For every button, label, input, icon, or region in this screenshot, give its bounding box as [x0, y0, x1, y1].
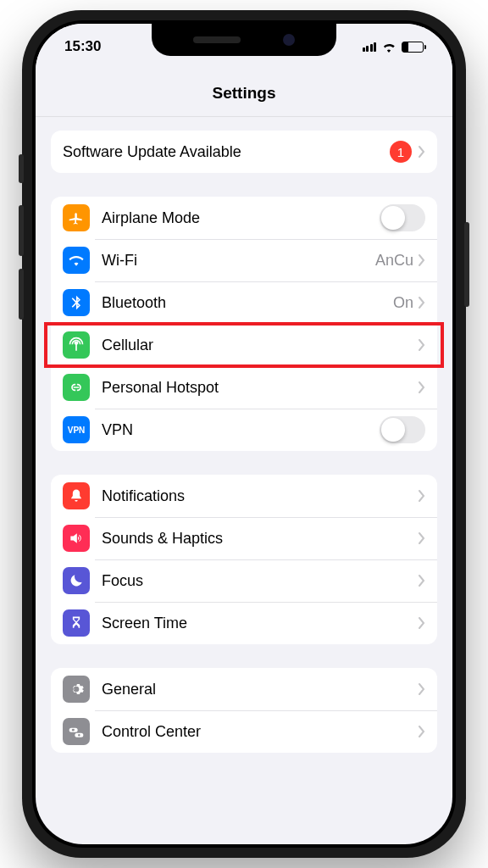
- settings-group-system: General Control Center: [51, 668, 437, 753]
- chevron-right-icon: [419, 490, 425, 502]
- power-button: [464, 222, 469, 307]
- chevron-right-icon: [419, 575, 425, 587]
- row-wifi[interactable]: Wi-Fi AnCu: [51, 239, 437, 281]
- row-airplane[interactable]: Airplane Mode: [51, 197, 437, 239]
- row-hotspot[interactable]: Personal Hotspot: [51, 366, 437, 409]
- row-sounds[interactable]: Sounds & Haptics: [51, 517, 437, 559]
- mute-switch: [19, 154, 24, 183]
- row-value: AnCu: [375, 252, 413, 270]
- row-notifications[interactable]: Notifications: [51, 475, 437, 517]
- row-value: On: [393, 294, 413, 312]
- wifi-icon: [63, 247, 90, 274]
- row-label: VPN: [102, 421, 380, 439]
- antenna-icon: [63, 331, 90, 359]
- cellular-signal-icon: [363, 42, 377, 52]
- row-label: Personal Hotspot: [102, 379, 419, 397]
- row-controlcenter[interactable]: Control Center: [51, 710, 437, 753]
- volume-up-button: [19, 205, 24, 256]
- chevron-right-icon: [419, 339, 425, 351]
- bluetooth-icon: [63, 289, 90, 316]
- switches-icon: [63, 718, 90, 745]
- chevron-right-icon: [419, 254, 425, 266]
- row-general[interactable]: General: [51, 668, 437, 710]
- chevron-right-icon: [419, 297, 425, 309]
- airplane-icon: [63, 204, 90, 231]
- chevron-right-icon: [419, 726, 425, 737]
- moon-icon: [63, 567, 90, 594]
- phone-frame: 15:30 Settings Software Update Available: [22, 10, 466, 858]
- chevron-right-icon: [419, 617, 425, 629]
- row-label: Wi-Fi: [102, 252, 375, 270]
- battery-icon: [402, 42, 424, 53]
- row-focus[interactable]: Focus: [51, 559, 437, 602]
- row-vpn[interactable]: VPN VPN: [51, 409, 437, 451]
- device-notch: [152, 24, 336, 56]
- row-label: Cellular: [102, 337, 419, 354]
- speaker-icon: [63, 525, 90, 552]
- settings-group-connectivity: Airplane Mode Wi-Fi AnCu Bluetooth On: [51, 197, 437, 451]
- row-label: Bluetooth: [102, 294, 393, 312]
- row-label: Notifications: [102, 487, 419, 505]
- bell-icon: [63, 482, 90, 509]
- chevron-right-icon: [419, 683, 425, 695]
- update-badge: 1: [390, 141, 412, 163]
- chevron-right-icon: [419, 532, 425, 544]
- page-title: Settings: [213, 84, 276, 103]
- hourglass-icon: [63, 609, 90, 637]
- vpn-toggle[interactable]: [380, 416, 425, 443]
- chevron-right-icon: [419, 381, 425, 393]
- row-screentime[interactable]: Screen Time: [51, 602, 437, 644]
- settings-group-update: Software Update Available 1: [51, 131, 437, 173]
- settings-scroll[interactable]: Software Update Available 1 Airplane Mod…: [36, 117, 452, 844]
- row-label: Sounds & Haptics: [102, 530, 419, 548]
- vpn-icon: VPN: [63, 416, 90, 443]
- chevron-right-icon: [419, 146, 425, 158]
- row-software-update[interactable]: Software Update Available 1: [51, 131, 437, 173]
- navigation-bar: Settings: [36, 70, 452, 117]
- row-label: Control Center: [102, 723, 419, 741]
- airplane-toggle[interactable]: [380, 204, 425, 231]
- row-label: Software Update Available: [63, 143, 390, 161]
- link-icon: [63, 374, 90, 401]
- settings-group-notifications: Notifications Sounds & Haptics Focus: [51, 475, 437, 644]
- row-bluetooth[interactable]: Bluetooth On: [51, 281, 437, 324]
- wifi-icon: [381, 42, 396, 53]
- row-label: Screen Time: [102, 615, 419, 632]
- status-time: 15:30: [64, 38, 101, 55]
- gear-icon: [63, 676, 90, 703]
- row-label: Focus: [102, 572, 419, 590]
- volume-down-button: [19, 269, 24, 320]
- row-cellular[interactable]: Cellular: [51, 324, 437, 366]
- row-label: Airplane Mode: [102, 209, 380, 227]
- row-label: General: [102, 681, 419, 698]
